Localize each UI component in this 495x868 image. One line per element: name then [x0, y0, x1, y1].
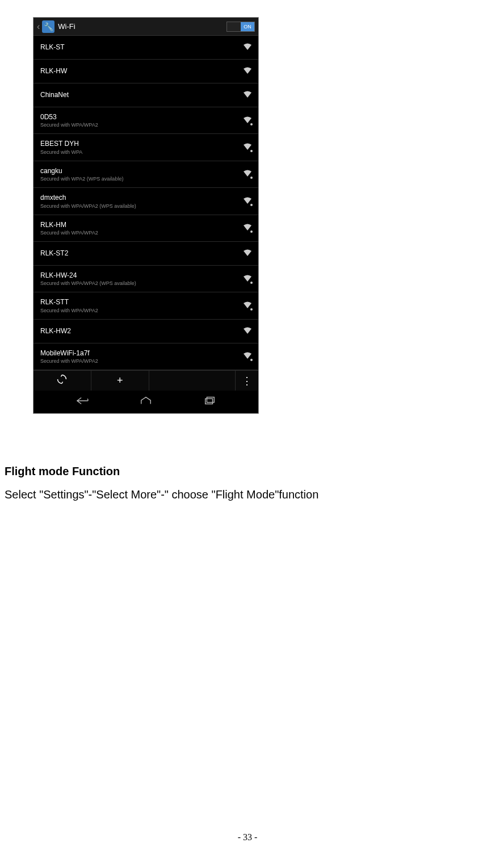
- wrench-icon: 🔧: [44, 22, 53, 31]
- wifi-network-name: RLK-ST2: [40, 249, 244, 257]
- overflow-menu-button[interactable]: ⋮: [236, 371, 258, 391]
- wifi-signal-icon: [244, 67, 251, 76]
- back-icon[interactable]: ‹: [37, 22, 40, 32]
- wifi-network-security: Secured with WPA/WPA2: [40, 122, 244, 128]
- wifi-signal-locked-icon: [244, 301, 251, 310]
- svg-rect-0: [205, 399, 213, 404]
- wifi-network-name: RLK-ST: [40, 43, 244, 51]
- wifi-signal-icon: [244, 91, 251, 99]
- wifi-network-name: 0D53: [40, 113, 244, 121]
- section-heading: Flight mode Function: [5, 465, 492, 478]
- wifi-item-text: RLK-HW: [40, 67, 244, 75]
- page-number: - 33 -: [0, 832, 495, 842]
- wifi-network-item[interactable]: RLK-STTSecured with WPA/WPA2: [33, 292, 258, 319]
- wifi-signal-icon: [244, 327, 251, 336]
- wifi-network-item[interactable]: RLK-ST: [33, 36, 258, 60]
- wifi-item-text: RLK-ST2: [40, 249, 244, 257]
- wifi-item-text: ChinaNet: [40, 91, 244, 99]
- wifi-network-item[interactable]: dmxtechSecured with WPA/WPA2 (WPS availa…: [33, 188, 258, 215]
- wifi-signal-locked-icon: [244, 143, 251, 152]
- wifi-network-item[interactable]: cangkuSecured with WPA2 (WPS available): [33, 161, 258, 188]
- wifi-network-name: EBEST DYH: [40, 140, 244, 148]
- wifi-network-name: RLK-STT: [40, 298, 244, 306]
- toggle-on-half: ON: [241, 22, 254, 31]
- wifi-signal-locked-icon: [244, 275, 251, 283]
- wifi-network-item[interactable]: 0D53Secured with WPA/WPA2: [33, 107, 258, 134]
- back-nav-icon[interactable]: [76, 396, 89, 408]
- wifi-network-item[interactable]: RLK-HW-24Secured with WPA/WPA2 (WPS avai…: [33, 266, 258, 292]
- section-body: Select "Settings"-"Select More"-" choose…: [5, 488, 492, 501]
- wifi-network-item[interactable]: ChinaNet: [33, 83, 258, 107]
- wifi-item-text: RLK-STTSecured with WPA/WPA2: [40, 298, 244, 313]
- wifi-network-name: ChinaNet: [40, 91, 244, 99]
- wifi-network-security: Secured with WPA/WPA2 (WPS available): [40, 203, 244, 209]
- wps-icon: [57, 374, 67, 387]
- wifi-item-text: MobileWiFi-1a7fSecured with WPA/WPA2: [40, 349, 244, 364]
- kebab-icon: ⋮: [242, 375, 252, 387]
- wifi-network-item[interactable]: EBEST DYHSecured with WPA: [33, 134, 258, 161]
- wifi-signal-locked-icon: [244, 352, 251, 360]
- svg-rect-1: [207, 397, 214, 402]
- wifi-item-text: 0D53Secured with WPA/WPA2: [40, 113, 244, 128]
- wifi-network-item[interactable]: MobileWiFi-1a7fSecured with WPA/WPA2: [33, 343, 258, 370]
- android-nav-bar: [33, 391, 258, 413]
- home-nav-icon[interactable]: [140, 396, 152, 408]
- wifi-network-security: Secured with WPA2 (WPS available): [40, 176, 244, 182]
- wifi-signal-icon: [244, 43, 251, 52]
- wifi-signal-locked-icon: [244, 224, 251, 232]
- wifi-signal-icon: [244, 249, 251, 258]
- plus-icon: +: [117, 375, 123, 387]
- wifi-network-name: MobileWiFi-1a7f: [40, 349, 244, 357]
- wifi-item-text: RLK-HW2: [40, 327, 244, 335]
- action-bar: + ⋮: [33, 370, 258, 391]
- wifi-network-name: cangku: [40, 167, 244, 175]
- recent-nav-icon[interactable]: [203, 396, 216, 408]
- wifi-item-text: RLK-HMSecured with WPA/WPA2: [40, 221, 244, 236]
- wifi-item-text: dmxtechSecured with WPA/WPA2 (WPS availa…: [40, 194, 244, 208]
- action-spacer: [149, 371, 236, 391]
- wifi-item-text: RLK-ST: [40, 43, 244, 51]
- wifi-toggle[interactable]: ON: [226, 22, 255, 32]
- wifi-network-security: Secured with WPA/WPA2: [40, 230, 244, 236]
- wifi-network-item[interactable]: RLK-HMSecured with WPA/WPA2: [33, 215, 258, 242]
- wifi-item-text: EBEST DYHSecured with WPA: [40, 140, 244, 154]
- wifi-network-security: Secured with WPA/WPA2 (WPS available): [40, 280, 244, 286]
- header-title: Wi-Fi: [58, 22, 226, 31]
- wifi-settings-screenshot: ‹ 🔧 Wi-Fi ON RLK-STRLK-HWChinaNet0D53Sec…: [33, 17, 259, 414]
- wifi-network-item[interactable]: RLK-HW2: [33, 320, 258, 343]
- wifi-signal-locked-icon: [244, 116, 251, 125]
- wifi-network-name: RLK-HW2: [40, 327, 244, 335]
- wifi-network-name: dmxtech: [40, 194, 244, 202]
- wifi-network-name: RLK-HW-24: [40, 271, 244, 279]
- add-network-button[interactable]: +: [91, 371, 149, 391]
- wifi-signal-locked-icon: [244, 197, 251, 206]
- settings-icon[interactable]: 🔧: [42, 20, 54, 33]
- wifi-network-name: RLK-HM: [40, 221, 244, 229]
- toggle-off-half: [227, 22, 241, 31]
- wps-button[interactable]: [33, 371, 91, 391]
- page-content: ‹ 🔧 Wi-Fi ON RLK-STRLK-HWChinaNet0D53Sec…: [0, 0, 495, 501]
- wifi-network-item[interactable]: RLK-HW: [33, 60, 258, 83]
- wifi-network-security: Secured with WPA/WPA2: [40, 308, 244, 313]
- wifi-network-security: Secured with WPA/WPA2: [40, 358, 244, 364]
- phone-header: ‹ 🔧 Wi-Fi ON: [33, 18, 258, 36]
- wifi-network-name: RLK-HW: [40, 67, 244, 75]
- wifi-network-list: RLK-STRLK-HWChinaNet0D53Secured with WPA…: [33, 36, 258, 370]
- wifi-item-text: cangkuSecured with WPA2 (WPS available): [40, 167, 244, 182]
- wifi-network-security: Secured with WPA: [40, 149, 244, 155]
- wifi-network-item[interactable]: RLK-ST2: [33, 242, 258, 266]
- wifi-item-text: RLK-HW-24Secured with WPA/WPA2 (WPS avai…: [40, 271, 244, 286]
- wifi-signal-locked-icon: [244, 170, 251, 178]
